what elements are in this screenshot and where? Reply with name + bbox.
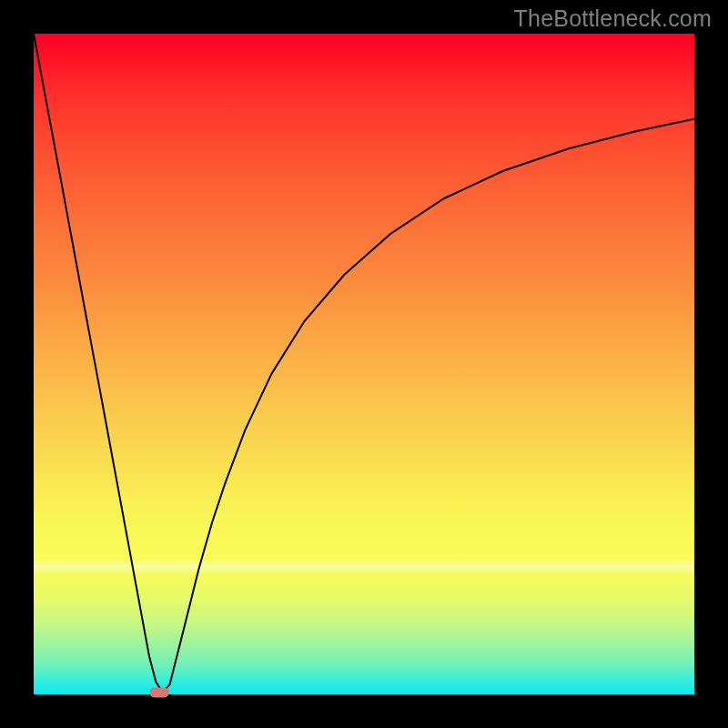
min-marker <box>149 687 168 697</box>
curve-svg <box>34 34 694 694</box>
chart-frame <box>0 0 728 728</box>
watermark-text: TheBottleneck.com <box>514 5 712 32</box>
curve-line <box>34 34 694 693</box>
chart-wrap: TheBottleneck.com <box>0 0 728 728</box>
plot-area <box>34 34 694 694</box>
